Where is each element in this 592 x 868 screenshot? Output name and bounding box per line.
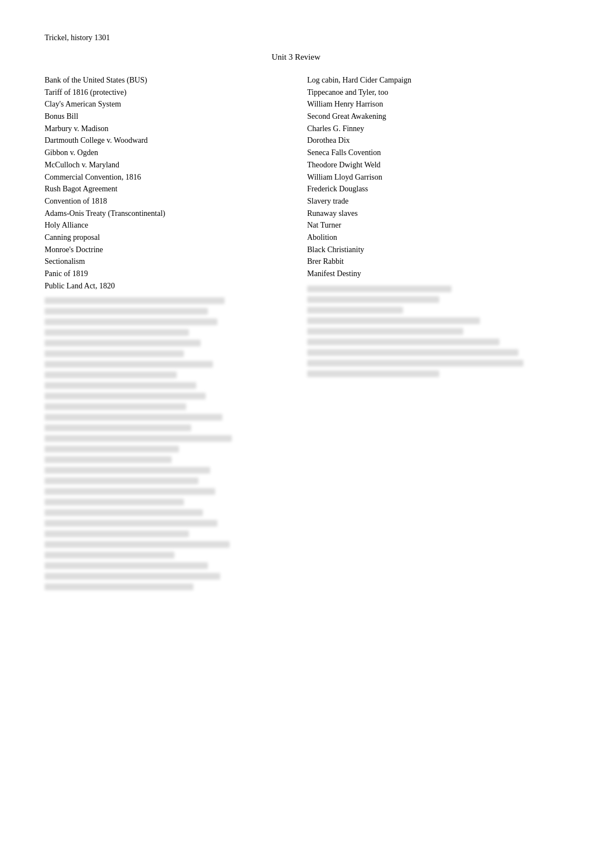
blurred-line [45,403,186,410]
blurred-line [45,562,208,569]
blurred-line [45,478,198,484]
list-item: William Henry Harrison [307,98,547,110]
list-item: Seneca Falls Covention [307,147,547,159]
right-column: Log cabin, Hard Cider CampaignTippecanoe… [307,74,547,381]
blurred-line [45,393,206,399]
right-terms-list: Log cabin, Hard Cider CampaignTippecanoe… [307,74,547,280]
blurred-line [307,360,523,367]
blurred-line [307,317,480,324]
blurred-line [45,414,222,421]
list-item: Log cabin, Hard Cider Campaign [307,74,547,86]
list-item: Rush Bagot Agreement [45,183,285,195]
blurred-line [45,509,203,516]
left-blurred-section [45,297,285,594]
list-item: Marbury v. Madison [45,123,285,135]
blurred-line [45,297,225,304]
blurred-line [45,446,179,452]
blurred-line [307,296,439,303]
list-item: Tippecanoe and Tyler, too [307,86,547,99]
list-item: Holy Alliance [45,219,285,232]
list-item: Convention of 1818 [45,195,285,208]
blurred-line [45,531,189,537]
list-item: McCulloch v. Maryland [45,159,285,171]
blurred-line [45,456,172,463]
list-item: Tariff of 1816 (protective) [45,86,285,99]
list-item: Abolition [307,232,547,244]
list-item: Monroe's Doctrine [45,244,285,256]
list-item: William Lloyd Garrison [307,171,547,184]
list-item: Slavery trade [307,195,547,208]
blurred-line [45,361,213,368]
blurred-line [45,425,191,431]
left-terms-list: Bank of the United States (BUS)Tariff of… [45,74,285,292]
list-item: Sectionalism [45,255,285,268]
header-info: Trickel, history 1301 [45,33,547,42]
list-item: Bonus Bill [45,110,285,123]
blurred-line [45,584,193,590]
list-item: Theodore Dwight Weld [307,159,547,171]
title-text: Unit 3 Review [271,52,321,61]
blurred-line [45,552,174,558]
blurred-line [307,339,499,345]
left-column: Bank of the United States (BUS)Tariff of… [45,74,285,594]
list-item: Canning proposal [45,232,285,244]
list-item: Dartmouth College v. Woodward [45,134,285,147]
list-item: Nat Turner [307,219,547,232]
list-item: Clay's American System [45,98,285,110]
right-blurred-section [307,286,547,381]
blurred-line [45,329,189,336]
list-item: Bank of the United States (BUS) [45,74,285,86]
blurred-line [307,286,452,292]
blurred-line [45,499,184,505]
blurred-line [45,319,217,325]
author-label: Trickel, history 1301 [45,33,110,42]
list-item: Commercial Convention, 1816 [45,171,285,184]
blurred-line [307,349,518,356]
blurred-line [45,308,208,315]
blurred-line [45,541,230,548]
blurred-line [45,350,184,357]
list-item: Second Great Awakening [307,110,547,123]
list-item: Panic of 1819 [45,268,285,280]
page-title: Unit 3 Review [45,52,547,62]
list-item: Runaway slaves [307,208,547,220]
blurred-line [307,328,463,335]
blurred-line [45,520,217,527]
blurred-line [45,573,220,580]
list-item: Dorothea Dix [307,134,547,147]
list-item: Charles G. Finney [307,123,547,135]
blurred-line [45,382,196,389]
blurred-line [45,372,177,378]
list-item: Gibbon v. Ogden [45,147,285,159]
blurred-line [307,307,403,314]
blurred-line [45,467,210,474]
blurred-line [307,370,439,377]
list-item: Frederick Douglass [307,183,547,195]
list-item: Black Christianity [307,244,547,256]
blurred-line [45,435,232,442]
blurred-line [45,340,201,346]
list-item: Brer Rabbit [307,255,547,268]
list-item: Adams-Onis Treaty (Transcontinental) [45,208,285,220]
blurred-line [45,488,215,495]
columns-container: Bank of the United States (BUS)Tariff of… [45,74,547,594]
list-item: Manifest Destiny [307,268,547,280]
page: Trickel, history 1301 Unit 3 Review Bank… [0,0,592,868]
list-item: Public Land Act, 1820 [45,280,285,292]
